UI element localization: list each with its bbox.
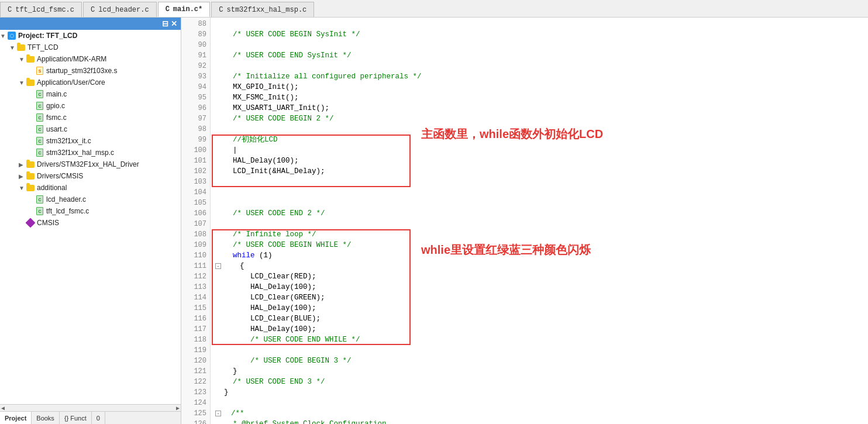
- code-line-123: }: [215, 387, 868, 398]
- line-number-120: 120: [181, 356, 206, 366]
- sidebar-item-main-c[interactable]: Cmain.c: [0, 88, 181, 100]
- line-number-118: 118: [181, 335, 206, 345]
- line-number-123: 123: [181, 387, 206, 398]
- sidebar-item-additional[interactable]: ▼additional: [0, 182, 181, 194]
- code-line-95: MX_FSMC_Init();: [215, 92, 868, 103]
- tree-expand-icon[interactable]: ▶: [19, 161, 26, 168]
- line-number-116: 116: [181, 313, 206, 324]
- line-number-113: 113: [181, 282, 206, 292]
- code-text-106: /* USER CODE END 2 */: [215, 208, 325, 219]
- code-line-100: |: [215, 145, 868, 156]
- close-icon[interactable]: ✕: [171, 19, 177, 28]
- code-text-100: |: [215, 145, 237, 156]
- code-line-122: /* USER CODE END 3 */: [215, 377, 868, 387]
- tab-stm32f1xx_hal_msp[interactable]: Cstm32f1xx_hal_msp.c: [211, 2, 314, 17]
- sidebar-scrollbar: ◀ ▶: [0, 404, 181, 411]
- code-line-108: /* Infinite loop */: [215, 229, 868, 240]
- sidebar-item-usart-c[interactable]: Cusart.c: [0, 123, 181, 135]
- annotation-text-ann1: 主函数里，while函数外初始化LCD: [421, 129, 603, 139]
- code-line-113: HAL_Delay(100);: [215, 282, 868, 292]
- tree-expand-icon[interactable]: ▼: [19, 56, 26, 63]
- bottom-tab-funct[interactable]: {} Funct: [60, 412, 92, 424]
- code-text-122: /* USER CODE END 3 */: [215, 377, 325, 387]
- svg-text:C: C: [8, 6, 12, 14]
- tree-expand-icon[interactable]: ▼: [0, 33, 7, 39]
- sidebar-item-tft-lcd-fsmc-c[interactable]: Ctft_lcd_fsmc.c: [0, 205, 181, 217]
- code-line-94: MX_GPIO_Init();: [215, 82, 868, 92]
- pin-icon[interactable]: ⊟: [162, 19, 168, 28]
- code-text-116: LCD_Clear(BLUE);: [215, 313, 321, 324]
- tab-label-stm32f1xx_hal_msp: stm32f1xx_hal_msp.c: [226, 6, 306, 14]
- file-icon: C: [166, 5, 170, 13]
- sidebar-title-bar: ⊟ ✕: [0, 18, 181, 30]
- code-text-94: MX_GPIO_Init();: [215, 82, 299, 92]
- tab-main[interactable]: Cmain.c*: [158, 2, 211, 17]
- bottom-tab-temp[interactable]: 0: [92, 412, 105, 424]
- sidebar-item-stm32f1xx-it[interactable]: Cstm32f1xx_it.c: [0, 135, 181, 147]
- code-content[interactable]: /* USER CODE BEGIN SysInit */ /* USER CO…: [211, 18, 868, 424]
- tab-tft_lcd_fsmc[interactable]: Ctft_lcd_fsmc.c: [0, 2, 82, 17]
- line-number-115: 115: [181, 303, 206, 313]
- tree-expand-icon[interactable]: ▶: [19, 173, 26, 180]
- code-text-121: }: [215, 366, 237, 377]
- bottom-tab-books[interactable]: Books: [32, 412, 60, 424]
- code-text-112: LCD_Clear(RED);: [215, 271, 316, 282]
- sidebar-item-tft-lcd[interactable]: ▼TFT_LCD: [0, 42, 181, 53]
- line-number-94: 94: [181, 82, 206, 92]
- collapse-btn-111[interactable]: -: [215, 263, 221, 269]
- sidebar-item-app-user-core[interactable]: ▼Application/User/Core: [0, 77, 181, 88]
- sidebar-item-drivers-stm32[interactable]: ▶Drivers/STM32F1xx_HAL_Driver: [0, 158, 181, 170]
- sidebar-item-startup[interactable]: Sstartup_stm32f103xe.s: [0, 65, 181, 77]
- diamond-icon: [26, 218, 35, 227]
- sidebar-item-app-mdk[interactable]: ▼Application/MDK-ARM: [0, 53, 181, 65]
- sidebar-item-project-root[interactable]: ▼⬡Project: TFT_LCD: [0, 30, 181, 42]
- tab-lcd_header[interactable]: Clcd_header.c: [83, 2, 157, 17]
- code-text-126: * @brief System Clock Configuration: [215, 419, 387, 424]
- sidebar-item-fsmc-c[interactable]: Cfsmc.c: [0, 112, 181, 123]
- code-line-93: /* Initialize all configured peripherals…: [215, 71, 868, 82]
- code-line-91: /* USER CODE END SysInit */: [215, 50, 868, 61]
- tree-item-label: Project: TFT_LCD: [18, 32, 77, 40]
- line-number-107: 107: [181, 219, 206, 229]
- file-c-icon: C: [35, 101, 44, 111]
- code-line-126: * @brief System Clock Configuration: [215, 419, 868, 424]
- scroll-right-icon[interactable]: ▶: [176, 405, 180, 412]
- tree-item-label: TFT_LCD: [27, 43, 58, 51]
- sidebar-item-stm32f1xx-hal-msp[interactable]: Cstm32f1xx_hal_msp.c: [0, 147, 181, 158]
- code-text-123: }: [215, 387, 229, 398]
- sidebar-item-gpio-c[interactable]: Cgpio.c: [0, 100, 181, 112]
- line-number-106: 106: [181, 208, 206, 219]
- code-line-125: - /**: [215, 408, 868, 419]
- code-text-113: HAL_Delay(100);: [215, 282, 316, 292]
- tree-expand-icon[interactable]: ▼: [9, 44, 16, 51]
- tree-item-label: Application/User/Core: [37, 78, 105, 87]
- line-number-102: 102: [181, 166, 206, 177]
- code-text-120: /* USER CODE BEGIN 3 */: [215, 356, 352, 366]
- svg-rect-0: C: [8, 6, 12, 14]
- sidebar-item-drivers-cmsis[interactable]: ▶Drivers/CMSIS: [0, 170, 181, 182]
- line-number-121: 121: [181, 366, 206, 377]
- code-text-125: /**: [222, 408, 244, 419]
- collapse-btn-125[interactable]: -: [215, 411, 221, 416]
- line-number-112: 112: [181, 271, 206, 282]
- sidebar-item-cmsis-diamond[interactable]: CMSIS: [0, 217, 181, 229]
- bottom-tab-project[interactable]: Project: [0, 412, 32, 424]
- file-icon: C: [91, 6, 95, 14]
- tree-expand-icon[interactable]: ▼: [19, 185, 26, 191]
- sidebar-item-lcd-header-c[interactable]: Clcd_header.c: [0, 194, 181, 205]
- line-number-99: 99: [181, 135, 206, 145]
- code-text-102: LCD_Init(&HAL_Delay);: [215, 166, 325, 177]
- line-number-117: 117: [181, 324, 206, 335]
- code-line-119: [215, 345, 868, 356]
- line-number-92: 92: [181, 61, 206, 71]
- scroll-left-icon[interactable]: ◀: [1, 405, 5, 412]
- svg-rect-6: C: [219, 6, 223, 14]
- line-number-93: 93: [181, 71, 206, 82]
- code-line-106: /* USER CODE END 2 */: [215, 208, 868, 219]
- tree-expand-icon[interactable]: ▼: [19, 80, 26, 86]
- file-c-icon: C: [35, 148, 44, 157]
- line-number-124: 124: [181, 398, 206, 408]
- tree-item-label: usart.c: [46, 125, 67, 133]
- tree-item-label: startup_stm32f103xe.s: [46, 67, 117, 75]
- line-number-91: 91: [181, 50, 206, 61]
